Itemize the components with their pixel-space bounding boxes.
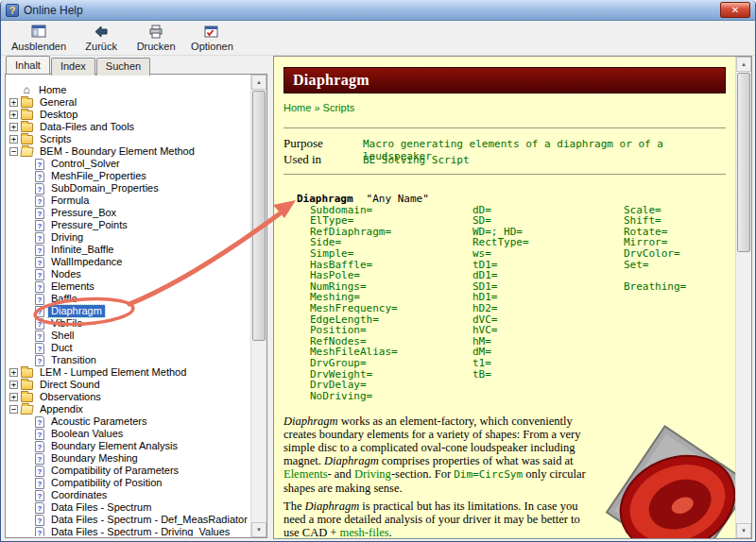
tree-item[interactable]: ?SubDomain_Properties bbox=[8, 182, 249, 195]
folder-icon bbox=[21, 135, 33, 144]
expand-icon[interactable]: + bbox=[9, 123, 18, 131]
expand-icon[interactable]: + bbox=[9, 368, 18, 377]
tab-suchen[interactable]: Suchen bbox=[96, 58, 150, 76]
content-link[interactable]: mesh-files bbox=[339, 526, 388, 538]
tree-item-label: MeshFile_Properties bbox=[48, 170, 149, 182]
meta-table: PurposeMacro generating elements of a di… bbox=[284, 136, 726, 166]
tree-item[interactable]: ?MeshFile_Properties bbox=[8, 170, 249, 182]
tree-item[interactable]: ?Transition bbox=[8, 354, 249, 366]
options-button[interactable]: Optionen bbox=[184, 23, 240, 54]
tree-item[interactable]: −BEM - Boundary Element Method bbox=[8, 145, 249, 158]
page-icon: ? bbox=[35, 318, 44, 330]
page-icon: ? bbox=[35, 478, 44, 489]
text: - and bbox=[328, 467, 354, 481]
tree-item[interactable]: +General bbox=[8, 96, 249, 109]
code-param: dD= bbox=[472, 205, 624, 216]
tree-item[interactable]: ?Driving bbox=[8, 231, 249, 244]
expand-icon[interactable]: + bbox=[9, 381, 18, 389]
tree-item[interactable]: ?Control_Solver bbox=[8, 158, 249, 170]
scroll-down-icon[interactable]: ▼ bbox=[251, 522, 266, 537]
tree-item[interactable]: ?Nodes bbox=[8, 268, 249, 280]
code-param bbox=[624, 270, 726, 281]
breadcrumb-link[interactable]: Scripts bbox=[323, 102, 355, 113]
tree-item[interactable]: ?Acoustic Parameters bbox=[8, 415, 249, 428]
tree-item[interactable]: ?Boundary Element Analysis bbox=[8, 440, 249, 452]
folder-icon bbox=[21, 110, 33, 120]
tree-scrollbar-thumb[interactable] bbox=[252, 91, 266, 341]
paragraph: Diaphragm works as an element-factory, w… bbox=[284, 415, 597, 495]
code-keyword-line: Diaphragm"Any Name" bbox=[297, 194, 726, 205]
options-icon bbox=[191, 25, 233, 41]
paragraph: The Diaphragm is practical but has its l… bbox=[284, 500, 597, 538]
content-scrollbar[interactable]: ▲ ▼ bbox=[735, 57, 751, 538]
content-scrollbar-thumb[interactable] bbox=[737, 73, 750, 252]
tree-item-label: Shell bbox=[48, 330, 77, 342]
breadcrumb-link[interactable]: Home bbox=[284, 102, 311, 113]
close-button[interactable]: ✕ bbox=[720, 2, 750, 18]
tree-item[interactable]: +Observations bbox=[8, 391, 249, 403]
tree-item[interactable]: +Desktop bbox=[8, 109, 249, 121]
expand-icon[interactable]: + bbox=[9, 98, 18, 107]
code-line: Simple=ws=DrvColor= bbox=[297, 248, 726, 260]
tree-item[interactable]: ?WallImpedance bbox=[8, 256, 249, 268]
tree-scrollbar[interactable]: ▲ ▼ bbox=[250, 75, 266, 537]
tree-item[interactable]: +Scripts bbox=[8, 133, 249, 145]
page-icon: ? bbox=[35, 281, 44, 293]
navigation-column: InhaltIndexSuchen ⌂Home+General+Desktop+… bbox=[5, 56, 267, 538]
tree-item[interactable]: ?Formula bbox=[8, 195, 249, 207]
tree-item[interactable]: ?Compatibility of Parameters bbox=[8, 465, 249, 477]
page-icon: ? bbox=[35, 183, 44, 195]
expand-icon[interactable]: + bbox=[9, 110, 18, 119]
tree-item-label: Duct bbox=[48, 342, 76, 354]
content-link[interactable]: Elements bbox=[284, 467, 328, 481]
page-icon: ? bbox=[35, 490, 44, 501]
tab-index[interactable]: Index bbox=[51, 58, 95, 76]
collapse-icon[interactable]: − bbox=[9, 147, 18, 156]
breadcrumb-separator: » bbox=[311, 102, 322, 113]
tree-item[interactable]: ?Data Files - Spectrum bbox=[8, 501, 249, 514]
code-param: dD1= bbox=[472, 270, 624, 281]
tab-inhalt[interactable]: Inhalt bbox=[6, 56, 50, 74]
scroll-down-icon[interactable]: ▼ bbox=[736, 523, 751, 538]
tree-item[interactable]: ?Data Files - Spectrum - Def_MeasRadiato… bbox=[8, 514, 249, 526]
code-param: tB= bbox=[472, 369, 624, 381]
tree-item[interactable]: ⌂Home bbox=[8, 84, 249, 96]
divider bbox=[284, 174, 726, 175]
tree-item[interactable]: +LEM - Lumped Element Method bbox=[8, 366, 249, 379]
tree-item[interactable]: ?Data Files - Spectrum - Driving_Values bbox=[8, 526, 249, 536]
tree-item[interactable]: ?Baffle bbox=[8, 293, 249, 305]
content-link[interactable]: Driving bbox=[354, 467, 391, 481]
code-param: dM= bbox=[472, 347, 624, 358]
tree-item[interactable]: ?Boolean Values bbox=[8, 428, 249, 440]
tree-item[interactable]: ?Infinite_Baffle bbox=[8, 244, 249, 256]
expand-icon[interactable]: + bbox=[9, 135, 18, 144]
used-in-link[interactable]: BE Solving Script bbox=[363, 154, 470, 166]
scroll-up-icon[interactable]: ▲ bbox=[736, 57, 751, 72]
back-button[interactable]: Zurück bbox=[75, 23, 128, 54]
tree-item[interactable]: ?Pressure_Points bbox=[8, 219, 249, 231]
expand-icon[interactable]: + bbox=[9, 393, 18, 401]
tree-item-label: Data Files - Spectrum - Driving_Values bbox=[48, 526, 232, 536]
tree-item[interactable]: ?Pressure_Box bbox=[8, 207, 249, 219]
hide-button[interactable]: Ausblenden bbox=[5, 23, 73, 54]
code-param: HasPole= bbox=[310, 270, 472, 281]
page-icon: ? bbox=[35, 294, 44, 305]
tree-item[interactable]: ?Compatibility of Position bbox=[8, 477, 249, 489]
tree-item[interactable]: ?Duct bbox=[8, 342, 249, 354]
code-param: NoDriving= bbox=[310, 391, 472, 402]
code-line: DrvGroup=t1= bbox=[297, 358, 726, 369]
tree-item[interactable]: ?Elements bbox=[8, 280, 249, 293]
tree-item[interactable]: −Appendix bbox=[8, 403, 249, 415]
folder-icon bbox=[21, 123, 33, 132]
tree-item[interactable]: ?Shell bbox=[8, 330, 249, 342]
print-button[interactable]: Drucken bbox=[129, 23, 182, 54]
tree-item[interactable]: +Direct Sound bbox=[8, 379, 249, 391]
scroll-up-icon[interactable]: ▲ bbox=[251, 75, 266, 90]
collapse-icon[interactable]: − bbox=[9, 405, 18, 414]
tree-item[interactable]: ?VibFile bbox=[8, 317, 249, 330]
tree-item[interactable]: ?Boundary Meshing bbox=[8, 452, 249, 465]
tree-item[interactable]: ?Diaphragm bbox=[8, 305, 249, 317]
tree-item[interactable]: ?Coordinates bbox=[8, 489, 249, 501]
tree-item[interactable]: +Data-Files and Tools bbox=[8, 121, 249, 133]
tree-item-label: Infinite_Baffle bbox=[48, 244, 116, 256]
